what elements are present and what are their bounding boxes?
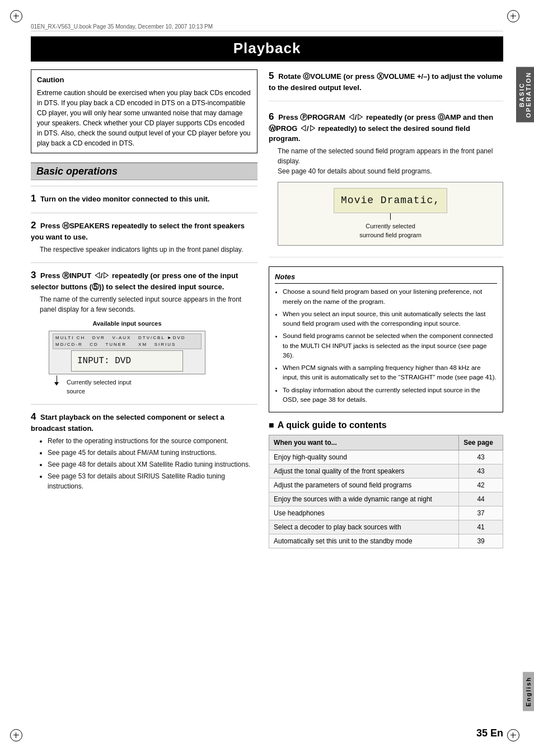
step-4-header: 4 Start playback on the selected compone… [31, 410, 257, 434]
table-cell-page: 44 [459, 492, 503, 506]
notes-item-5: To display information about the current… [283, 386, 497, 405]
step-2-body: The respective speaker indicators lights… [40, 245, 257, 255]
step-6-body: The name of the selected sound field pro… [278, 146, 503, 246]
input-display-row: MULTI CH DVR V-AUX DTV/CBL ►DVD MD/CD-R … [53, 334, 202, 349]
step-4-text: Start playback on the selected component… [31, 413, 224, 433]
notes-item-2: When you select an input source, this un… [283, 309, 497, 329]
step-5-text: Rotate ⓄVOLUME (or press ⓍVOLUME +/–) to… [269, 72, 503, 92]
step-2-header: 2 Press ⒽSPEAKERS repeatedly to select t… [31, 219, 257, 242]
table-cell-action: Adjust the tonal quality of the front sp… [269, 464, 459, 478]
caution-text: Extreme caution should be exercised when… [37, 88, 251, 148]
table-row: Enjoy high-quality sound43 [269, 450, 503, 464]
main-content: Playback Caution Extreme caution should … [31, 36, 503, 722]
notes-title: Notes [275, 271, 497, 284]
table-header-page: See page [459, 435, 503, 450]
table-header-action: When you want to... [269, 435, 459, 450]
step-4-number: 4 [31, 411, 36, 422]
corner-mark-br [507, 729, 524, 746]
corner-mark-tr [507, 10, 524, 27]
step-4-bullet-1: Refer to the operating instructions for … [48, 436, 257, 446]
table-cell-action: Enjoy high-quality sound [269, 450, 459, 464]
step-6-header: 6 Press ⓅPROGRAM ◁/▷ repeatedly (or pres… [269, 110, 503, 144]
display-arrow [390, 213, 391, 220]
corner-mark-bl [10, 729, 27, 746]
right-column: 5 Rotate ⓄVOLUME (or press ⓍVOLUME +/–) … [269, 69, 503, 548]
display-box-container: Movie Dramatic, Currently selected surro… [278, 182, 503, 246]
notes-item-4: When PCM signals with a sampling frequen… [283, 363, 497, 383]
table-cell-page: 43 [459, 464, 503, 478]
sidebar-label-english: English [523, 672, 534, 711]
step-5-header: 5 Rotate ⓄVOLUME (or press ⓍVOLUME +/–) … [269, 69, 503, 93]
caution-box: Caution Extreme caution should be exerci… [31, 69, 257, 153]
notes-box: Notes Choose a sound field program based… [269, 266, 503, 412]
table-cell-action: Select a decoder to play back sources wi… [269, 520, 459, 534]
step-4-body: Refer to the operating instructions for … [40, 436, 257, 491]
step-6-number: 6 [269, 111, 274, 122]
table-cell-action: Automatically set this unit to the stand… [269, 534, 459, 548]
step-6-text: Press ⓅPROGRAM ◁/▷ repeatedly (or press … [269, 113, 493, 143]
sidebar-label-basic-operation: BASICOPERATION [516, 67, 534, 123]
table-row: Use headphones37 [269, 506, 503, 520]
step-6: 6 Press ⓅPROGRAM ◁/▷ repeatedly (or pres… [269, 110, 503, 257]
step-2-number: 2 [31, 220, 36, 231]
table-cell-page: 42 [459, 478, 503, 492]
quick-guide-title: A quick guide to contents [269, 420, 503, 430]
step-3-text: Press ⓇINPUT ◁/▷ repeatedly (or press on… [31, 271, 238, 291]
display-box-inner: Movie Dramatic, [334, 188, 447, 213]
step-1-text: Turn on the video monitor connected to t… [40, 195, 209, 203]
input-source-caption: Currently selected inputsource [61, 378, 132, 396]
step-1: 1 Turn on the video monitor connected to… [31, 192, 257, 205]
two-column-layout: Caution Extreme caution should be exerci… [31, 69, 503, 548]
step-3-header: 3 Press ⓇINPUT ◁/▷ repeatedly (or press … [31, 269, 257, 292]
table-row: Adjust the parameters of sound field pro… [269, 478, 503, 492]
table-cell-action: Enjoy the sources with a wide dynamic ra… [269, 492, 459, 506]
table-row: Enjoy the sources with a wide dynamic ra… [269, 492, 503, 506]
step-4-bullet-3: See page 48 for details about XM Satelli… [48, 459, 257, 469]
notes-list: Choose a sound field program based on yo… [283, 287, 497, 405]
section-heading: Basic operations [31, 162, 257, 180]
step-2-text: Press ⒽSPEAKERS repeatedly to select the… [31, 222, 245, 241]
table-row: Adjust the tonal quality of the front sp… [269, 464, 503, 478]
step-1-number: 1 [31, 193, 36, 204]
table-cell-page: 39 [459, 534, 503, 548]
input-display-box: INPUT: DVD [71, 350, 183, 372]
notes-item-3: Sound field programs cannot be selected … [283, 331, 497, 360]
left-column: Caution Extreme caution should be exerci… [31, 69, 257, 548]
table-row: Select a decoder to play back sources wi… [269, 520, 503, 534]
corner-mark-tl [10, 10, 27, 27]
quick-guide-table: When you want to... See page Enjoy high-… [269, 435, 503, 548]
table-cell-action: Adjust the parameters of sound field pro… [269, 478, 459, 492]
table-row: Automatically set this unit to the stand… [269, 534, 503, 548]
page-number: 35 En [476, 727, 503, 739]
table-cell-action: Use headphones [269, 506, 459, 520]
step-3: 3 Press ⓇINPUT ◁/▷ repeatedly (or press … [31, 269, 257, 396]
header-text: 01EN_RX-V563_U.book Page 35 Monday, Dece… [31, 24, 213, 30]
table-cell-page: 37 [459, 506, 503, 520]
step-3-number: 3 [31, 270, 36, 280]
page-title: Playback [31, 36, 503, 62]
step-3-body: The name of the currently selected input… [40, 294, 257, 396]
input-diagram: Available input sources MULTI CH DVR V-A… [49, 319, 205, 396]
page-footer: 35 En [476, 727, 503, 739]
step-2: 2 Press ⒽSPEAKERS repeatedly to select t… [31, 219, 257, 255]
notes-item-1: Choose a sound field program based on yo… [283, 287, 497, 307]
caution-title: Caution [37, 74, 251, 86]
step-5: 5 Rotate ⓄVOLUME (or press ⓍVOLUME +/–) … [269, 69, 503, 101]
step-4: 4 Start playback on the selected compone… [31, 410, 257, 491]
step-1-header: 1 Turn on the video monitor connected to… [31, 192, 257, 205]
table-cell-page: 41 [459, 520, 503, 534]
step-4-bullet-2: See page 45 for details about FM/AM tuni… [48, 448, 257, 458]
step-5-number: 5 [269, 71, 274, 81]
table-cell-page: 43 [459, 450, 503, 464]
step-4-bullet-4: See page 53 for details about SIRIUS Sat… [48, 471, 257, 491]
step-4-bullets: Refer to the operating instructions for … [48, 436, 257, 491]
display-caption: Currently selected surround field progra… [284, 222, 497, 240]
header-bar: 01EN_RX-V563_U.book Page 35 Monday, Dece… [31, 24, 503, 31]
input-diagram-label: Available input sources [49, 319, 205, 328]
